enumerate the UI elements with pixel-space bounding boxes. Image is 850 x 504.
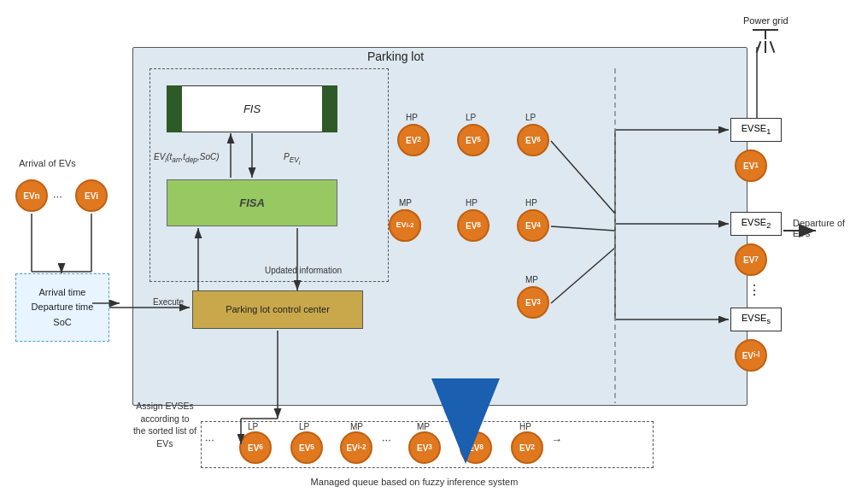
queue-priority-mp-evi2: MP (350, 422, 363, 431)
assign-evses-label: Assign EVSEs according tothe sorted list… (126, 400, 203, 450)
fis-box: FIS (167, 85, 337, 132)
queue-label: Queue (444, 406, 472, 416)
control-center-box: Parking lot control center (192, 290, 363, 329)
ev-circle-5: EV5 (457, 124, 489, 156)
managed-queue-label: Managed queue based on fuzzy inference s… (256, 477, 572, 487)
ev-formula: EVi(tarr,tdep,SoC) (154, 152, 220, 164)
ev-circle-4: EV4 (517, 209, 549, 242)
fisa-label: FISA (239, 196, 265, 209)
ev-circle-i2-fix: EVi-2 (389, 209, 421, 242)
bottom-dots-mid: ··· (382, 433, 391, 446)
fisa-box: FISA (167, 179, 337, 226)
fis-label: FIS (243, 103, 261, 115)
fis-green-bar-left (167, 85, 182, 132)
execute-label: Execute (153, 297, 184, 307)
queue-priority-lp-ev5: LP (299, 422, 309, 431)
ev-circle-3: EV3 (517, 286, 549, 319)
departure-label: Departure of EVs (793, 218, 848, 238)
evse2-box: EVSE2 (730, 212, 782, 236)
pev-formula: PEVi (284, 152, 300, 166)
control-center-label: Parking lot control center (226, 303, 330, 315)
priority-hp-ev4: HP (525, 198, 537, 208)
power-grid: Power grid (743, 15, 788, 53)
ev-circle-6: EV6 (517, 124, 549, 156)
power-grid-symbol (753, 29, 778, 53)
priority-mp-ev3: MP (525, 275, 538, 284)
arrival-label: Arrival of EVs (15, 158, 79, 168)
ev-circle-2: EV2 (397, 124, 430, 156)
bottom-dots-left: ··· (205, 433, 214, 446)
queue-priority-mp-ev3: MP (417, 422, 430, 431)
ev-circle-1: EV1 (735, 149, 767, 182)
evses-label: EVSEs (742, 313, 771, 325)
ev-circle-i: EVi (75, 179, 108, 212)
updated-label: Updated information (265, 265, 342, 276)
power-grid-label: Power grid (743, 15, 788, 26)
priority-hp-ev2: HP (406, 113, 418, 122)
queue-priority-hp-ev2: HP (519, 422, 531, 431)
evse1-label: EVSE1 (742, 123, 771, 136)
queue-priority-hp-ev8: HP (468, 422, 480, 431)
parking-lot-label: Parking lot (367, 50, 424, 63)
queue-ev-circle-3: EV3 (408, 431, 441, 464)
ev-circle-n: EVn (15, 179, 48, 212)
ev-circle-7: EV7 (735, 243, 767, 276)
bottom-dots-right: → (551, 433, 562, 446)
priority-lp-ev5: LP (466, 113, 476, 122)
left-dots: ··· (53, 190, 62, 202)
priority-lp-ev6: LP (525, 113, 536, 122)
arrival-info-box: Arrival time Departure time SoC (15, 273, 109, 342)
evse-dots: ⋮ (747, 282, 761, 298)
queue-ev-circle-5: EV5 (290, 431, 323, 464)
evses-box: EVSEs (730, 308, 782, 331)
evse1-box: EVSE1 (730, 118, 782, 142)
fis-green-bar-right (322, 85, 337, 132)
priority-hp-ev8: HP (466, 198, 478, 208)
priority-mp-evi2: MP (399, 198, 412, 208)
evse2-label: EVSE2 (742, 217, 771, 230)
queue-ev-circle-8: EV8 (460, 431, 492, 464)
queue-ev-circle-i2: EVi-2 (340, 431, 372, 464)
queue-priority-lp-ev6: LP (248, 422, 258, 431)
ev-circle-il: EVi-l (735, 339, 767, 372)
queue-ev-circle-2: EV2 (511, 431, 543, 464)
queue-ev-circle-6: EV6 (239, 431, 272, 464)
ev-circle-8: EV8 (457, 209, 489, 242)
